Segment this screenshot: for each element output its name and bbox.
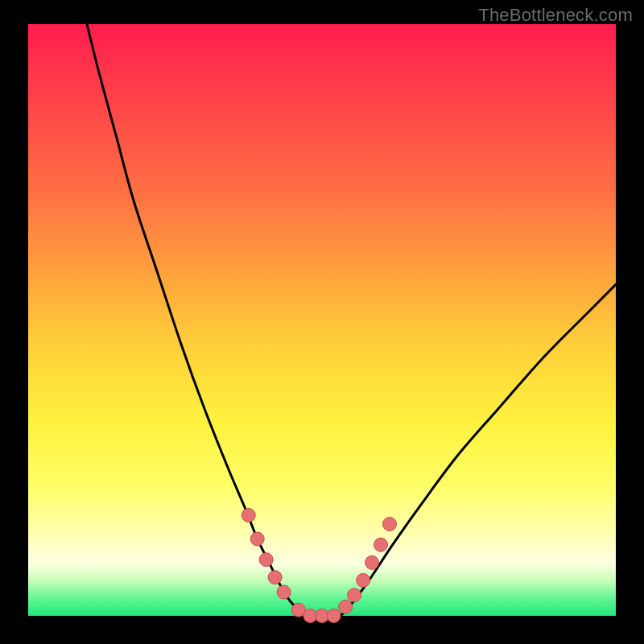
marker-dot bbox=[250, 532, 264, 546]
marker-dot bbox=[268, 571, 282, 584]
outer-frame: TheBottleneck.com bbox=[0, 0, 644, 644]
marker-dot bbox=[382, 518, 396, 531]
marker-dot bbox=[365, 555, 379, 569]
marker-dot bbox=[339, 600, 353, 613]
bottleneck-curve-path bbox=[87, 24, 616, 617]
marker-dot bbox=[374, 538, 388, 551]
marker-dot bbox=[357, 573, 370, 587]
marker-dot bbox=[242, 509, 255, 522]
bottleneck-curve-svg bbox=[28, 24, 616, 616]
marker-dot bbox=[277, 585, 291, 599]
highlight-markers bbox=[242, 509, 396, 623]
marker-dot bbox=[327, 609, 341, 623]
marker-dot bbox=[348, 588, 361, 602]
plot-area bbox=[28, 24, 616, 616]
marker-dot bbox=[259, 553, 273, 567]
watermark-text: TheBottleneck.com bbox=[478, 5, 633, 26]
